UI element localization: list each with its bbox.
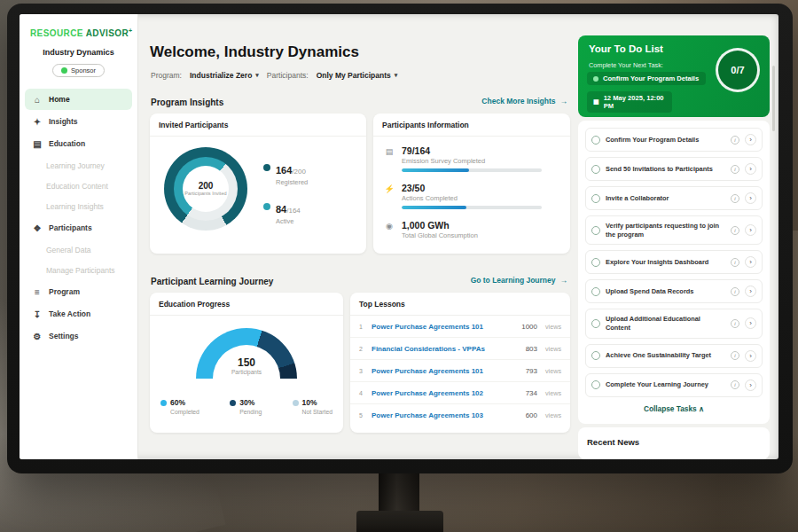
todo-next-task[interactable]: Confirm Your Program Details bbox=[587, 72, 706, 85]
task-row-send-invitations[interactable]: Send 50 Invitations to Participants i › bbox=[585, 157, 763, 181]
page-title: Welcome, Industry Dynamics bbox=[150, 43, 359, 61]
chevron-right-icon[interactable]: › bbox=[745, 224, 756, 236]
chevron-right-icon[interactable]: › bbox=[745, 350, 756, 362]
info-icon[interactable]: i bbox=[731, 136, 739, 145]
education-progress-title: Education Progress bbox=[150, 293, 343, 316]
task-row-confirm-program[interactable]: Confirm Your Program Details i › bbox=[585, 128, 763, 152]
task-row-achieve-sustainability-target[interactable]: Achieve One Sustainability Target i › bbox=[585, 344, 763, 368]
task-checkbox[interactable] bbox=[591, 287, 600, 296]
survey-icon: ▤ bbox=[384, 145, 395, 172]
lesson-row[interactable]: 1 Power Purchase Agreements 101 1000 vie… bbox=[350, 316, 570, 338]
not-started-dot-icon bbox=[293, 400, 299, 406]
sidebar-item-settings[interactable]: ⚙ Settings bbox=[25, 325, 132, 347]
stat-actions-completed: ⚡ 23/50 Actions Completed bbox=[384, 183, 559, 209]
location-icon: ◉ bbox=[384, 220, 395, 239]
sidebar-item-manage-participants[interactable]: Manage Participants bbox=[20, 260, 137, 280]
task-checkbox[interactable] bbox=[591, 258, 600, 267]
donut-center: 200 Participants Invited bbox=[183, 166, 229, 212]
chevron-right-icon[interactable]: › bbox=[745, 286, 756, 297]
progress-fill bbox=[402, 206, 466, 209]
calendar-icon: ▦ bbox=[593, 98, 599, 106]
chevron-right-icon[interactable]: › bbox=[745, 379, 756, 391]
info-icon[interactable]: i bbox=[731, 287, 739, 296]
task-row-complete-learning-journey[interactable]: Complete Your Learning Journey i › bbox=[585, 373, 763, 397]
lesson-views-label: views bbox=[545, 389, 561, 397]
lesson-link[interactable]: Power Purchase Agreements 103 bbox=[372, 411, 483, 419]
sidebar-item-learning-insights[interactable]: Learning Insights bbox=[20, 196, 137, 216]
info-icon[interactable]: i bbox=[731, 226, 739, 235]
scrollbar[interactable] bbox=[772, 66, 775, 131]
info-icon[interactable]: i bbox=[731, 194, 739, 203]
todo-due-label: 12 May 2025, 12:00 PM bbox=[604, 94, 666, 110]
sidebar-item-home[interactable]: ⌂ Home bbox=[25, 89, 132, 110]
info-icon[interactable]: i bbox=[731, 258, 739, 267]
sidebar-item-education-content[interactable]: Education Content bbox=[20, 176, 137, 196]
sidebar-item-insights[interactable]: ✦ Insights bbox=[25, 111, 132, 132]
participants-filter-dropdown[interactable]: Only My Participants ▾ bbox=[317, 71, 398, 80]
chevron-right-icon[interactable]: › bbox=[745, 134, 756, 145]
legend-registered-text: 164/200 Registered bbox=[276, 161, 308, 186]
task-row-upload-educational-content[interactable]: Upload Additional Educational Content i … bbox=[585, 309, 763, 338]
lesson-row[interactable]: 4 Power Purchase Agreements 102 734 view… bbox=[350, 382, 570, 404]
task-row-invite-collaborator[interactable]: Invite a Collaborator i › bbox=[585, 186, 763, 210]
chevron-right-icon[interactable]: › bbox=[745, 317, 756, 329]
sidebar-item-take-action[interactable]: ↧ Take Action bbox=[25, 303, 132, 325]
gauge-center: 150 Participants bbox=[150, 356, 343, 375]
lesson-row[interactable]: 2 Financial Considerations - VPPAs 803 v… bbox=[350, 338, 570, 360]
collapse-tasks-label: Collapse Tasks bbox=[644, 404, 697, 413]
task-row-verify-participants[interactable]: Verify participants requesting to join t… bbox=[585, 215, 763, 245]
task-row-explore-insights[interactable]: Explore Your Insights Dashboard i › bbox=[585, 250, 763, 274]
task-checkbox[interactable] bbox=[591, 136, 600, 145]
dashboard-screen: RESOURCE ADVISOR+ Industry Dynamics Spon… bbox=[20, 14, 778, 459]
participants-icon: ❖ bbox=[32, 223, 43, 233]
sidebar-item-participants[interactable]: ❖ Participants bbox=[25, 217, 132, 239]
lesson-link[interactable]: Power Purchase Agreements 101 bbox=[372, 323, 483, 331]
go-to-learning-journey-link[interactable]: Go to Learning Journey → bbox=[471, 276, 567, 285]
collapse-tasks-link[interactable]: Collapse Tasks ∧ bbox=[585, 404, 763, 413]
gauge-center-label: Participants bbox=[150, 369, 343, 375]
check-more-insights-link[interactable]: Check More Insights → bbox=[481, 97, 567, 106]
lesson-views-label: views bbox=[545, 345, 561, 353]
not-started-label: Not Started bbox=[302, 409, 332, 415]
lesson-views: 734 bbox=[526, 389, 537, 397]
sidebar-item-program[interactable]: ≡ Program bbox=[25, 281, 132, 302]
sidebar-subitem-label: Education Content bbox=[46, 182, 108, 191]
lesson-row[interactable]: 3 Power Purchase Agreements 101 793 view… bbox=[350, 360, 570, 382]
donut-center-label: Participants Invited bbox=[184, 191, 226, 197]
lesson-link[interactable]: Financial Considerations - VPPAs bbox=[372, 345, 485, 353]
info-icon[interactable]: i bbox=[731, 351, 739, 360]
task-checkbox[interactable] bbox=[591, 351, 600, 360]
task-checkbox[interactable] bbox=[591, 194, 600, 203]
stat-global-consumption: ◉ 1,000 GWh Total Global Consumption bbox=[384, 220, 559, 239]
program-filter-dropdown[interactable]: Industrialize Zero ▾ bbox=[190, 71, 259, 80]
todo-progress-value: 0/7 bbox=[731, 65, 744, 75]
sidebar-item-education[interactable]: ▤ Education bbox=[25, 133, 132, 154]
chevron-right-icon[interactable]: › bbox=[745, 256, 756, 268]
info-icon[interactable]: i bbox=[731, 165, 739, 174]
sidebar-item-general-data[interactable]: General Data bbox=[20, 239, 137, 260]
desk-photo-background: { "icons": { "home": "⌂", "insights": "✦… bbox=[0, 0, 798, 532]
lesson-views-label: views bbox=[545, 411, 561, 419]
task-checkbox[interactable] bbox=[591, 226, 600, 235]
lesson-row[interactable]: 5 Power Purchase Agreements 103 600 view… bbox=[350, 404, 570, 426]
completed-dot-icon bbox=[160, 400, 167, 406]
donut-center-value: 200 bbox=[199, 181, 214, 191]
todo-subtitle: Complete Your Next Task: bbox=[589, 61, 663, 69]
task-label: Invite a Collaborator bbox=[606, 194, 725, 203]
chevron-right-icon[interactable]: › bbox=[745, 192, 756, 204]
progress-fill bbox=[402, 168, 469, 172]
chevron-right-icon[interactable]: › bbox=[745, 163, 756, 175]
lesson-views: 803 bbox=[526, 345, 537, 353]
task-checkbox[interactable] bbox=[591, 319, 600, 328]
task-checkbox[interactable] bbox=[591, 380, 600, 389]
app-logo: RESOURCE ADVISOR+ bbox=[20, 14, 137, 38]
task-checkbox[interactable] bbox=[591, 165, 600, 174]
task-row-upload-spend-data[interactable]: Upload Spend Data Records i › bbox=[585, 279, 763, 303]
info-icon[interactable]: i bbox=[731, 380, 739, 389]
lesson-link[interactable]: Power Purchase Agreements 101 bbox=[372, 367, 483, 375]
lesson-link[interactable]: Power Purchase Agreements 102 bbox=[372, 389, 483, 397]
info-icon[interactable]: i bbox=[731, 319, 739, 328]
sidebar-item-learning-journey[interactable]: Learning Journey bbox=[20, 155, 137, 176]
todo-due-date: ▦ 12 May 2025, 12:00 PM bbox=[587, 91, 672, 113]
sponsor-badge[interactable]: Sponsor bbox=[52, 64, 105, 77]
